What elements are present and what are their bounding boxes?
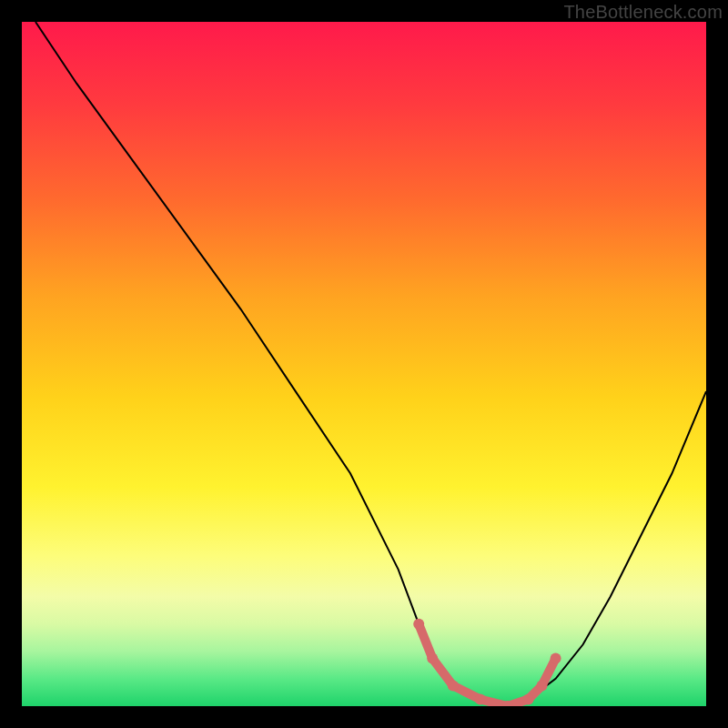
chart-svg — [22, 22, 706, 706]
chart-frame: TheBottleneck.com — [0, 0, 728, 728]
optimal-range-dot — [523, 694, 534, 705]
optimal-range-dot — [448, 680, 459, 691]
optimal-range-marker — [419, 624, 555, 706]
optimal-range-dot — [475, 694, 486, 705]
optimal-range-dot — [537, 680, 548, 691]
optimal-range-dot — [551, 652, 561, 663]
watermark-text: TheBottleneck.com — [563, 2, 723, 23]
optimal-range-dot — [413, 619, 424, 630]
chart-plot-area — [22, 22, 706, 706]
optimal-range-dot — [427, 652, 438, 663]
bottleneck-curve-line — [35, 22, 706, 706]
